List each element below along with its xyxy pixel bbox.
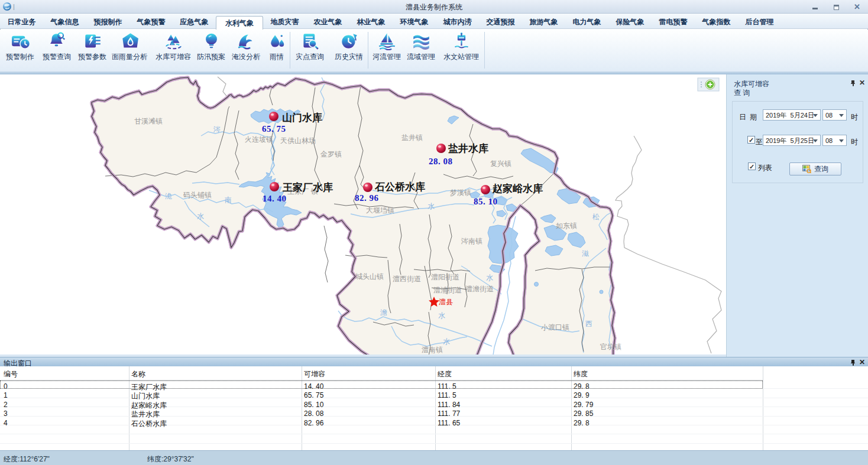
svg-text:梦溪镇: 梦溪镇 [450,188,471,197]
svg-text:涔: 涔 [213,125,221,134]
svg-text:金罗镇: 金罗镇 [320,150,342,158]
svg-text:85. 10: 85. 10 [474,197,498,206]
svg-text:澧澹街道: 澧澹街道 [465,285,494,293]
svg-text:南: 南 [225,196,232,204]
svg-text:洈: 洈 [165,192,172,200]
svg-text:水: 水 [197,212,204,220]
svg-text:28. 08: 28. 08 [429,157,453,166]
svg-text:14. 40: 14. 40 [263,194,287,203]
svg-text:65. 75: 65. 75 [262,124,286,134]
svg-text:澧南镇: 澧南镇 [422,346,443,354]
svg-text:码头铺镇: 码头铺镇 [183,191,212,199]
svg-text:盐井水库: 盐井水库 [448,142,488,154]
svg-text:澧县: 澧县 [439,298,453,306]
svg-text:水: 水 [438,311,445,320]
svg-text:城头山镇: 城头山镇 [355,272,384,281]
svg-text:西: 西 [585,320,592,328]
svg-text:如东镇: 如东镇 [556,222,577,230]
svg-text:澧西街道: 澧西街道 [393,275,421,283]
svg-text:山门水库: 山门水库 [282,112,322,123]
svg-text:水: 水 [486,274,493,282]
svg-text:石公桥水库: 石公桥水库 [374,181,425,193]
svg-text:大堰垱镇: 大堰垱镇 [366,206,394,214]
svg-text:官垸镇: 官垸镇 [600,343,621,351]
svg-text:甘溪滩镇: 甘溪滩镇 [134,117,163,125]
svg-text:水: 水 [427,202,435,210]
svg-text:松: 松 [592,213,600,221]
svg-text:涔南镇: 涔南镇 [461,237,482,245]
svg-text:水: 水 [443,337,450,346]
svg-text:澧浦街道: 澧浦街道 [433,286,462,294]
svg-text:小渡口镇: 小渡口镇 [541,323,569,331]
svg-text:王家厂水库: 王家厂水库 [282,181,333,193]
svg-text:82. 96: 82. 96 [355,193,379,203]
svg-text:滋: 滋 [582,249,589,258]
svg-text:火连坡镇: 火连坡镇 [245,135,273,144]
svg-text:复兴镇: 复兴镇 [490,160,511,168]
svg-text:澹: 澹 [380,308,387,317]
svg-text:天供山林场: 天供山林场 [280,136,316,145]
svg-text:澧阳街道: 澧阳街道 [431,273,459,281]
svg-text:赵家峪水库: 赵家峪水库 [492,183,543,194]
svg-text:盐井镇: 盐井镇 [401,134,423,142]
